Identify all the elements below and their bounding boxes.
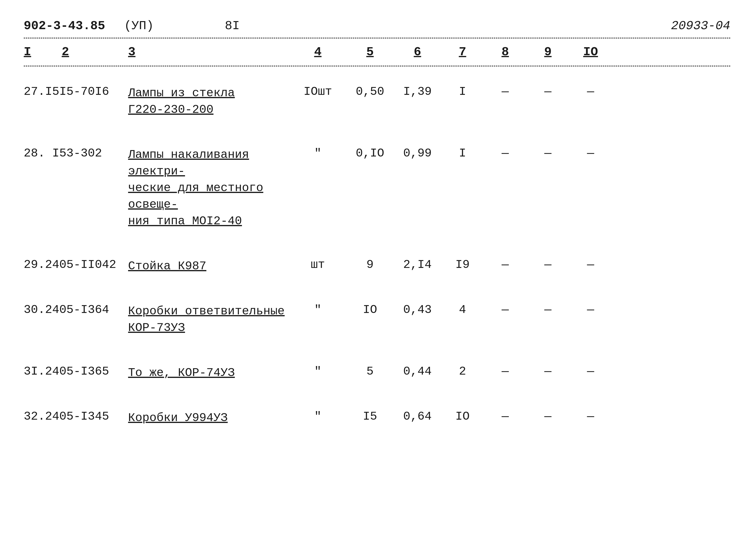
header-number: 8I bbox=[225, 19, 240, 33]
row-3-code: 29.2405-II042 bbox=[24, 258, 128, 272]
row-5-d3: — bbox=[569, 365, 612, 378]
row-4-code: 30.2405-I364 bbox=[24, 303, 128, 317]
row-6-v3: IO bbox=[441, 410, 484, 423]
row-3-d1: — bbox=[484, 258, 527, 272]
row-6-d2: — bbox=[527, 410, 569, 423]
row-6-v1: I5 bbox=[346, 410, 394, 423]
col-header-4: 4 bbox=[290, 45, 346, 59]
col-header-7: 7 bbox=[441, 45, 484, 59]
row-3-v2: 2,I4 bbox=[394, 258, 441, 272]
row-3-qty: шт bbox=[290, 258, 346, 272]
row-3-d2: — bbox=[527, 258, 569, 272]
row-1-d2: — bbox=[527, 85, 569, 98]
header-doc-number: 20933-04 bbox=[671, 19, 730, 33]
col-header-6: 6 bbox=[394, 45, 441, 59]
row-5-v2: 0,44 bbox=[394, 365, 441, 378]
row-4-v3: 4 bbox=[441, 303, 484, 317]
row-1-v2: I,39 bbox=[394, 85, 441, 98]
row-6-d1: — bbox=[484, 410, 527, 423]
row-4-description: Коробки ответвительные КОР-73УЗ bbox=[128, 303, 290, 336]
row-1-code: 27.I5I5-70I6 bbox=[24, 85, 128, 98]
row-1-qty: IOшт bbox=[290, 85, 346, 98]
row-2-d3: — bbox=[569, 146, 612, 160]
col-header-8: 8 bbox=[484, 45, 527, 59]
table-row: 27.I5I5-70I6 Лампы из стекла Г220-230-20… bbox=[24, 71, 730, 132]
row-2-qty: " bbox=[290, 146, 346, 160]
header: 902-3-43.85 (УП) 8I 20933-04 bbox=[24, 19, 730, 33]
row-5-d1: — bbox=[484, 365, 527, 378]
row-4-d1: — bbox=[484, 303, 527, 317]
row-6-d3: — bbox=[569, 410, 612, 423]
row-6-qty: " bbox=[290, 410, 346, 423]
divider-line bbox=[24, 38, 730, 38]
column-headers: I 2 3 4 5 6 7 8 9 IO bbox=[24, 43, 730, 61]
row-2-v1: 0,IO bbox=[346, 146, 394, 160]
row-5-description: То же, КОР-74УЗ bbox=[128, 365, 290, 381]
row-5-code: 3I.2405-I365 bbox=[24, 365, 128, 378]
col-header-10: IO bbox=[569, 45, 612, 59]
col-header-9: 9 bbox=[527, 45, 569, 59]
table-row: 28. I53-302 Лампы накаливания электри- ч… bbox=[24, 132, 730, 244]
row-2-d1: — bbox=[484, 146, 527, 160]
row-4-v1: IO bbox=[346, 303, 394, 317]
row-1-description: Лампы из стекла Г220-230-200 bbox=[128, 85, 290, 118]
row-4-qty: " bbox=[290, 303, 346, 317]
row-1-v3: I bbox=[441, 85, 484, 98]
col-header-2: 2 bbox=[62, 45, 128, 59]
col-header-5: 5 bbox=[346, 45, 394, 59]
header-code: 902-3-43.85 bbox=[24, 19, 105, 33]
table-row: 3I.2405-I365 То же, КОР-74УЗ " 5 0,44 2 … bbox=[24, 351, 730, 396]
table-row: 29.2405-II042 Стойка К987 шт 9 2,I4 I9 —… bbox=[24, 244, 730, 289]
col-header-3: 3 bbox=[128, 45, 290, 59]
row-3-v3: I9 bbox=[441, 258, 484, 272]
row-2-v3: I bbox=[441, 146, 484, 160]
row-2-description: Лампы накаливания электри- ческие для ме… bbox=[128, 146, 290, 229]
row-2-d2: — bbox=[527, 146, 569, 160]
table-row: 32.2405-I345 Коробки У994УЗ " I5 0,64 IO… bbox=[24, 396, 730, 440]
divider-line-2 bbox=[24, 66, 730, 66]
row-2-code: 28. I53-302 bbox=[24, 146, 128, 160]
row-3-v1: 9 bbox=[346, 258, 394, 272]
row-1-v1: 0,50 bbox=[346, 85, 394, 98]
row-3-d3: — bbox=[569, 258, 612, 272]
row-3-description: Стойка К987 bbox=[128, 258, 290, 275]
col-header-1: I bbox=[24, 45, 47, 59]
table-row: 30.2405-I364 Коробки ответвительные КОР-… bbox=[24, 289, 730, 351]
row-1-d1: — bbox=[484, 85, 527, 98]
row-5-v3: 2 bbox=[441, 365, 484, 378]
row-1-d3: — bbox=[569, 85, 612, 98]
row-4-v2: 0,43 bbox=[394, 303, 441, 317]
row-5-v1: 5 bbox=[346, 365, 394, 378]
row-5-qty: " bbox=[290, 365, 346, 378]
row-6-v2: 0,64 bbox=[394, 410, 441, 423]
row-6-description: Коробки У994УЗ bbox=[128, 410, 290, 426]
row-4-d3: — bbox=[569, 303, 612, 317]
row-5-d2: — bbox=[527, 365, 569, 378]
row-2-v2: 0,99 bbox=[394, 146, 441, 160]
row-4-d2: — bbox=[527, 303, 569, 317]
header-unit: (УП) bbox=[124, 19, 154, 33]
row-6-code: 32.2405-I345 bbox=[24, 410, 128, 423]
